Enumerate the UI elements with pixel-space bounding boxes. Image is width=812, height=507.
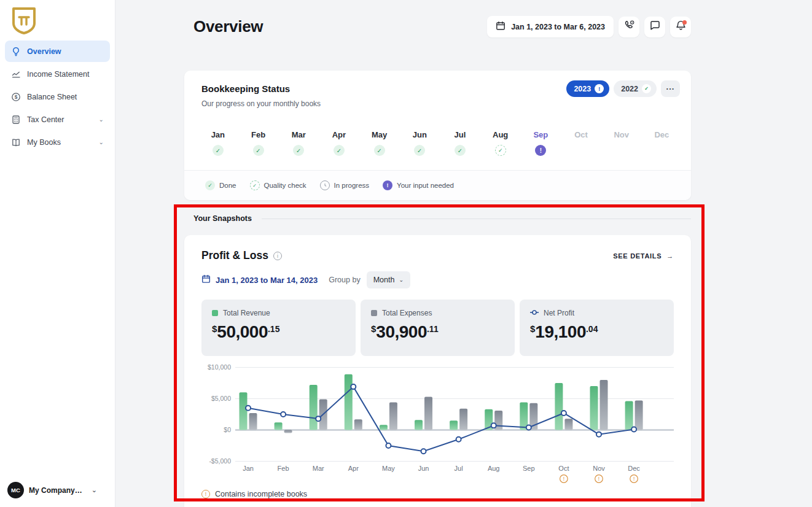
- snapshots-section-header: Your Snapshots: [184, 214, 691, 223]
- expenses-bar[interactable]: [249, 413, 257, 430]
- year-selector: 2023 ! 2022 ✓ ...: [566, 80, 680, 97]
- legend-in-progress: In progress: [320, 180, 370, 190]
- svg-text:!: !: [598, 476, 599, 482]
- month-feb[interactable]: Feb✓: [238, 130, 279, 156]
- pnl-stat-cards: Total Revenue $50,000.15 Total Expenses …: [201, 300, 674, 356]
- expenses-bar[interactable]: [459, 409, 467, 430]
- net-profit-point[interactable]: [421, 449, 426, 454]
- revenue-bar[interactable]: [555, 383, 563, 430]
- snapshots-title: Your Snapshots: [184, 214, 252, 223]
- net-profit-point[interactable]: [526, 425, 531, 430]
- x-tick-label: Oct: [558, 465, 569, 472]
- notifications-button[interactable]: [670, 17, 691, 37]
- x-tick-label: Apr: [348, 465, 359, 472]
- pilot-logo[interactable]: [11, 6, 37, 38]
- year-2022-button[interactable]: 2022 ✓: [614, 80, 657, 97]
- month-oct[interactable]: Oct: [561, 130, 601, 156]
- phone-call-icon: [623, 20, 635, 34]
- revenue-bar[interactable]: [380, 425, 388, 430]
- expenses-bar[interactable]: [284, 430, 292, 433]
- quality-check-icon: ✓: [250, 180, 260, 190]
- total-revenue-value: $50,000.15: [212, 322, 345, 342]
- month-apr[interactable]: Apr✓: [319, 130, 359, 156]
- net-profit-value: $19,100.04: [530, 322, 663, 342]
- phone-call-button[interactable]: [619, 17, 639, 37]
- header-controls: Jan 1, 2023 to Mar 6, 2023: [487, 16, 691, 37]
- sidebar-item-my-books[interactable]: My Books ⌄: [5, 131, 110, 153]
- line-chart-icon: [11, 69, 21, 79]
- sidebar-item-balance-sheet[interactable]: $ Balance Sheet: [5, 86, 110, 107]
- net-profit-point[interactable]: [631, 427, 636, 432]
- month-status-icon: ✓: [334, 145, 345, 156]
- revenue-bar[interactable]: [310, 385, 318, 430]
- input-needed-badge-icon: !: [595, 84, 604, 93]
- month-sep[interactable]: Sep!: [521, 130, 561, 156]
- revenue-bar[interactable]: [450, 420, 458, 430]
- x-tick-label: Aug: [488, 465, 500, 472]
- month-aug[interactable]: Aug✓: [480, 130, 521, 156]
- year-2023-button[interactable]: 2023 !: [566, 80, 609, 97]
- see-details-link[interactable]: SEE DETAILS →: [613, 252, 674, 260]
- pnl-date-range-picker[interactable]: Jan 1, 2023 to Mar 14, 2023: [201, 274, 318, 285]
- expenses-bar[interactable]: [635, 401, 643, 430]
- month-status-icon: !: [535, 145, 546, 156]
- month-jul[interactable]: Jul✓: [440, 130, 480, 156]
- net-profit-point[interactable]: [561, 411, 566, 416]
- pnl-chart[interactable]: $10,000$5,000$0-$5,000JanFebMarAprMayJun…: [201, 362, 674, 487]
- net-profit-point[interactable]: [456, 437, 461, 442]
- sidebar-item-overview[interactable]: Overview: [5, 41, 110, 62]
- expenses-bar[interactable]: [600, 380, 608, 430]
- x-tick-label: Jun: [418, 465, 429, 472]
- chevron-down-icon: ⌄: [99, 139, 104, 145]
- sidebar-item-income-statement[interactable]: Income Statement: [5, 63, 110, 85]
- month-mar[interactable]: Mar✓: [278, 130, 319, 156]
- chevron-down-icon: ⌄: [99, 116, 104, 123]
- month-jun[interactable]: Jun✓: [399, 130, 440, 156]
- month-nov[interactable]: Nov: [601, 130, 642, 156]
- group-by-select[interactable]: Month ⌄: [367, 271, 410, 288]
- expenses-bar[interactable]: [424, 397, 432, 430]
- revenue-bar[interactable]: [625, 401, 633, 430]
- month-may[interactable]: May✓: [359, 130, 400, 156]
- warning-icon: !: [201, 490, 210, 498]
- chat-button[interactable]: [644, 17, 665, 37]
- expenses-bar[interactable]: [389, 403, 397, 430]
- more-years-button[interactable]: ...: [661, 80, 680, 97]
- revenue-bar[interactable]: [415, 420, 423, 430]
- notification-dot: [682, 20, 687, 25]
- net-profit-point[interactable]: [386, 443, 391, 448]
- info-icon[interactable]: i: [273, 252, 282, 260]
- revenue-bar[interactable]: [345, 374, 353, 430]
- month-jan[interactable]: Jan✓: [198, 130, 238, 156]
- company-avatar: MC: [7, 482, 24, 498]
- global-date-range-picker[interactable]: Jan 1, 2023 to Mar 6, 2023: [487, 16, 614, 37]
- company-switcher[interactable]: MC My Company… ⌄: [7, 482, 108, 498]
- revenue-bar[interactable]: [240, 392, 248, 430]
- y-tick-label: -$5,000: [209, 457, 231, 465]
- x-tick-label: Nov: [593, 465, 605, 472]
- book-icon: [11, 137, 21, 147]
- months-status-row: Jan✓ Feb✓ Mar✓ Apr✓ May✓ Jun✓ Jul✓ Aug✓ …: [198, 130, 682, 156]
- svg-text:$: $: [15, 94, 18, 100]
- calculator-icon: [11, 115, 21, 125]
- calendar-icon: [496, 21, 506, 33]
- net-profit-point[interactable]: [316, 416, 321, 421]
- net-profit-point[interactable]: [246, 406, 251, 411]
- y-tick-label: $0: [224, 426, 231, 433]
- total-expenses-value: $30,900.11: [371, 322, 504, 342]
- expenses-bar[interactable]: [354, 419, 362, 430]
- total-revenue-card: Total Revenue $50,000.15: [201, 300, 356, 356]
- sidebar-item-tax-center[interactable]: Tax Center ⌄: [5, 109, 110, 130]
- net-profit-point[interactable]: [351, 384, 356, 389]
- net-profit-point[interactable]: [281, 412, 286, 417]
- revenue-bar[interactable]: [590, 386, 598, 430]
- sidebar-item-label: Income Statement: [27, 70, 89, 79]
- net-profit-point[interactable]: [491, 423, 496, 428]
- net-profit-point[interactable]: [596, 432, 601, 437]
- month-status-icon: ✓: [495, 145, 506, 156]
- revenue-bar[interactable]: [275, 422, 283, 430]
- month-status-icon: ✓: [374, 145, 385, 156]
- month-status-icon: ✓: [414, 145, 425, 156]
- month-dec[interactable]: Dec: [642, 130, 682, 156]
- expenses-bar[interactable]: [564, 419, 572, 430]
